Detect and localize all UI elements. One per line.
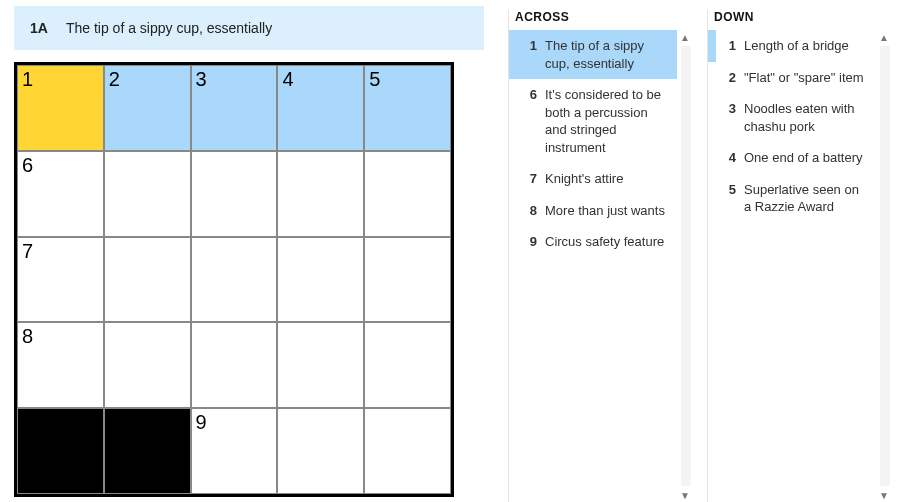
clue-item[interactable]: 9Circus safety feature	[509, 226, 677, 258]
clue-number: 5	[720, 181, 736, 216]
clue-text: Knight's attire	[545, 170, 669, 188]
grid-cell[interactable]: 3	[191, 65, 278, 151]
grid-cell[interactable]: 8	[17, 322, 104, 408]
grid-cell[interactable]: 2	[104, 65, 191, 151]
grid-cell[interactable]	[191, 237, 278, 323]
grid-cell[interactable]	[364, 408, 451, 494]
clue-number: 2	[720, 69, 736, 87]
clue-number: 9	[521, 233, 537, 251]
grid-cell[interactable]	[277, 151, 364, 237]
cell-number: 7	[22, 240, 33, 263]
grid-cell[interactable]	[277, 237, 364, 323]
clue-text: One end of a battery	[744, 149, 868, 167]
clue-text: Superlative seen on a Razzie Award	[744, 181, 868, 216]
clue-lists: ACROSS 1The tip of a sippy cup, essentia…	[484, 6, 892, 502]
grid-cell[interactable]	[104, 237, 191, 323]
scroll-down-icon[interactable]: ▼	[679, 488, 691, 502]
grid-cell[interactable]	[364, 151, 451, 237]
clue-item[interactable]: 4One end of a battery	[708, 142, 876, 174]
clue-number: 7	[521, 170, 537, 188]
clue-text: Length of a bridge	[744, 37, 868, 55]
current-clue-id: 1A	[30, 20, 48, 36]
crossword-grid[interactable]: 123456789	[14, 62, 454, 497]
clue-item[interactable]: 7Knight's attire	[509, 163, 677, 195]
clue-number: 4	[720, 149, 736, 167]
clue-item[interactable]: 6It's considered to be both a percussion…	[509, 79, 677, 163]
scroll-down-icon[interactable]: ▼	[878, 488, 890, 502]
clue-item[interactable]: 1Length of a bridge	[708, 30, 876, 62]
grid-cell[interactable]: 4	[277, 65, 364, 151]
clue-text: "Flat" or "spare" item	[744, 69, 868, 87]
grid-cell[interactable]	[364, 237, 451, 323]
cell-number: 1	[22, 68, 33, 91]
clue-number: 1	[720, 37, 736, 55]
grid-cell[interactable]: 7	[17, 237, 104, 323]
across-list[interactable]: 1The tip of a sippy cup, essentially6It'…	[509, 30, 693, 502]
scroll-up-icon[interactable]: ▲	[878, 30, 890, 44]
clue-number: 8	[521, 202, 537, 220]
scrollbar[interactable]	[681, 46, 691, 486]
clue-item[interactable]: 3Noodles eaten with chashu pork	[708, 93, 876, 142]
cell-number: 5	[369, 68, 380, 91]
grid-cell[interactable]	[104, 151, 191, 237]
left-panel: 1A The tip of a sippy cup, essentially 1…	[14, 6, 484, 502]
clue-number: 6	[521, 86, 537, 156]
grid-cell[interactable]	[364, 322, 451, 408]
grid-cell	[104, 408, 191, 494]
current-clue-text: The tip of a sippy cup, essentially	[66, 20, 272, 36]
clue-item[interactable]: 1The tip of a sippy cup, essentially	[509, 30, 677, 79]
clue-number: 3	[720, 100, 736, 135]
grid-cell[interactable]: 5	[364, 65, 451, 151]
clue-text: Circus safety feature	[545, 233, 669, 251]
down-column: DOWN 1Length of a bridge2"Flat" or "spar…	[707, 10, 892, 502]
down-list-wrap: 1Length of a bridge2"Flat" or "spare" it…	[708, 30, 892, 502]
cell-number: 4	[282, 68, 293, 91]
grid-cell[interactable]	[104, 322, 191, 408]
grid-cell	[17, 408, 104, 494]
down-title: DOWN	[714, 10, 892, 24]
clue-number: 1	[521, 37, 537, 72]
cell-number: 8	[22, 325, 33, 348]
cell-number: 6	[22, 154, 33, 177]
current-clue-bar[interactable]: 1A The tip of a sippy cup, essentially	[14, 6, 484, 50]
clue-text: More than just wants	[545, 202, 669, 220]
clue-item[interactable]: 2"Flat" or "spare" item	[708, 62, 876, 94]
grid-cell[interactable]	[277, 408, 364, 494]
clue-item[interactable]: 8More than just wants	[509, 195, 677, 227]
grid-cell[interactable]: 9	[191, 408, 278, 494]
cell-number: 9	[196, 411, 207, 434]
crossword-app: 1A The tip of a sippy cup, essentially 1…	[0, 0, 902, 502]
cell-number: 3	[196, 68, 207, 91]
grid-cell[interactable]: 1	[17, 65, 104, 151]
scrollbar[interactable]	[880, 46, 890, 486]
across-column: ACROSS 1The tip of a sippy cup, essentia…	[508, 10, 693, 502]
clue-item[interactable]: 5Superlative seen on a Razzie Award	[708, 174, 876, 223]
grid-cell[interactable]	[191, 322, 278, 408]
scroll-up-icon[interactable]: ▲	[679, 30, 691, 44]
cell-number: 2	[109, 68, 120, 91]
grid-cell[interactable]	[277, 322, 364, 408]
grid-cell[interactable]	[191, 151, 278, 237]
clue-text: Noodles eaten with chashu pork	[744, 100, 868, 135]
clue-text: The tip of a sippy cup, essentially	[545, 37, 669, 72]
grid-cell[interactable]: 6	[17, 151, 104, 237]
down-list[interactable]: 1Length of a bridge2"Flat" or "spare" it…	[708, 30, 892, 502]
across-list-wrap: 1The tip of a sippy cup, essentially6It'…	[509, 30, 693, 502]
across-title: ACROSS	[515, 10, 693, 24]
clue-text: It's considered to be both a percussion …	[545, 86, 669, 156]
